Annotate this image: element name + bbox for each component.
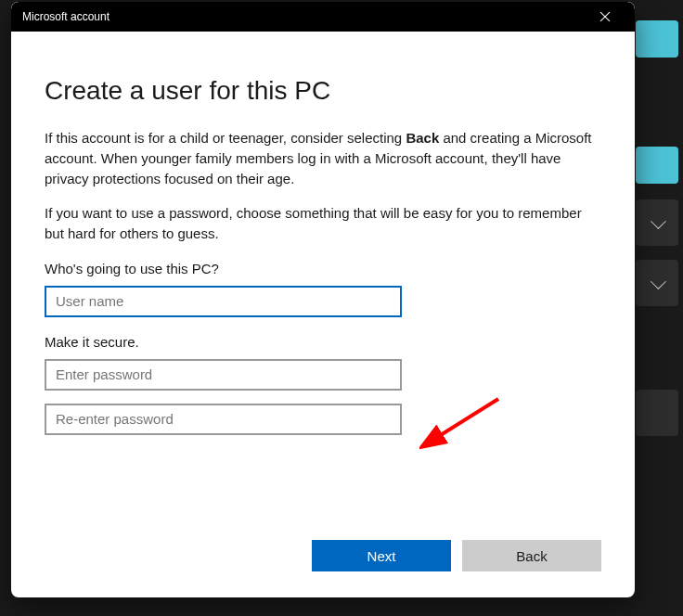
username-label: Who's going to use this PC? xyxy=(45,261,601,276)
chevron-down-icon xyxy=(651,213,666,229)
password-confirm-input[interactable] xyxy=(45,404,402,435)
next-button[interactable]: Next xyxy=(312,540,451,571)
chevron-down-icon xyxy=(651,274,666,289)
intro-paragraph: If this account is for a child or teenag… xyxy=(45,128,601,188)
background-tile xyxy=(636,20,678,58)
background-expander[interactable] xyxy=(636,199,678,246)
username-input[interactable] xyxy=(45,286,402,317)
page-title: Create a user for this PC xyxy=(45,76,601,106)
titlebar: Microsoft account xyxy=(11,2,635,32)
password-input[interactable] xyxy=(45,359,402,391)
annotation-arrow xyxy=(419,391,512,456)
background-expander[interactable] xyxy=(636,260,678,306)
intro-text-pre: If this account is for a child or teenag… xyxy=(45,130,406,146)
background-expander[interactable] xyxy=(636,390,678,436)
intro-text-bold: Back xyxy=(406,130,439,146)
account-dialog: Microsoft account Create a user for this… xyxy=(11,2,635,597)
password-hint: If you want to use a password, choose so… xyxy=(45,203,601,244)
background-tile xyxy=(636,147,678,184)
dialog-content: Create a user for this PC If this accoun… xyxy=(11,32,635,597)
svg-line-0 xyxy=(436,399,498,438)
close-icon xyxy=(600,12,610,21)
secure-label: Make it secure. xyxy=(45,334,601,350)
window-title: Microsoft account xyxy=(22,10,586,23)
back-button[interactable]: Back xyxy=(462,540,601,571)
dialog-footer: Next Back xyxy=(312,540,601,571)
close-button[interactable] xyxy=(586,2,624,32)
